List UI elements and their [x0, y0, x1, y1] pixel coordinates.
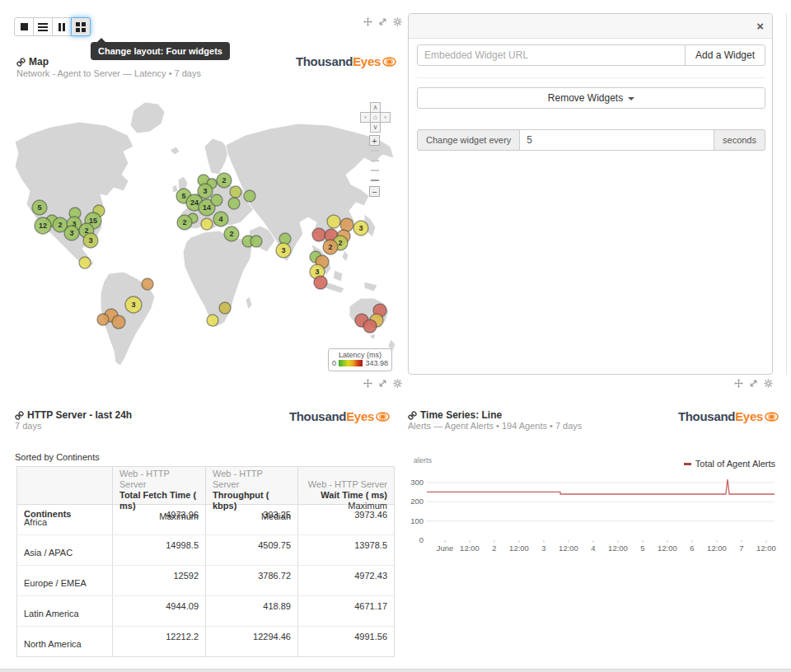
x-tick-label: 12:00 — [608, 544, 628, 553]
value-cell: 4973.96 — [112, 505, 205, 534]
timeseries-widget-title: Time Series: Line — [420, 409, 502, 421]
x-tick-label: 12:00 — [460, 544, 480, 553]
expand-icon[interactable] — [749, 379, 758, 388]
timeseries-chart: 0100200300June12:00212:00312:00412:00512… — [405, 469, 781, 553]
http-widget-title: HTTP Server - last 24h — [27, 409, 132, 421]
list-icon — [38, 23, 48, 31]
map-marker[interactable] — [230, 186, 241, 198]
window-edge — [0, 669, 791, 672]
latency-gradient — [339, 360, 363, 366]
map-pan-control: ∧ ‹ ⌂ › ∨ — [360, 102, 390, 132]
x-tick-label: 12:00 — [756, 544, 776, 553]
timeseries-widget-subtitle: Alerts — Agent Alerts • 194 Agents • 7 d… — [408, 421, 582, 431]
value-cell: 14998.5 — [112, 535, 205, 565]
map-marker-count: 3 — [315, 268, 319, 276]
map-widget-title: Map — [29, 56, 49, 68]
map-marker[interactable] — [244, 190, 255, 202]
layout-four-widgets-button[interactable] — [71, 17, 91, 36]
y-tick-label: 300 — [410, 478, 424, 487]
interval-label: Change widget every — [417, 129, 520, 151]
x-tick-label: 12:00 — [707, 544, 727, 553]
map-marker-count: 2 — [58, 221, 62, 229]
logo-text-thousand: Thousand — [296, 54, 353, 68]
map-marker[interactable] — [250, 236, 262, 247]
divider — [786, 13, 787, 375]
value-cell: 4509.75 — [205, 535, 297, 565]
logo-text-eyes: Eyes — [346, 409, 374, 423]
gear-icon[interactable] — [764, 379, 773, 388]
close-icon[interactable]: × — [756, 21, 764, 32]
map-marker[interactable] — [327, 215, 340, 228]
expand-icon[interactable] — [378, 379, 387, 388]
map-marker[interactable] — [219, 302, 231, 314]
table-row: Europe / EMEA125923786.724972.43 — [17, 565, 394, 595]
two-columns-icon — [59, 23, 65, 31]
thousandeyes-logo: ThousandEyes — [289, 409, 390, 423]
x-tick-label: 5 — [640, 544, 644, 553]
panel-controls-bottom — [734, 379, 773, 388]
embedded-widget-url-input[interactable] — [417, 44, 686, 66]
continent-cell: Africa — [17, 505, 112, 534]
value-cell: 393.25 — [205, 505, 297, 534]
value-cell: 418.89 — [205, 596, 297, 626]
interval-input[interactable] — [519, 129, 714, 151]
zoom-slider[interactable] — [371, 160, 379, 161]
divider — [417, 77, 765, 78]
layout-two-widgets-button[interactable] — [52, 17, 72, 36]
map-marker[interactable] — [228, 198, 240, 209]
pan-down-icon[interactable]: ∨ — [370, 122, 381, 133]
map-marker[interactable] — [363, 320, 377, 333]
map-marker[interactable] — [112, 315, 125, 329]
map-marker[interactable] — [312, 228, 325, 241]
map-marker-count: 3 — [88, 236, 92, 245]
move-icon[interactable] — [363, 17, 372, 26]
dashboard: Change layout: Four widgets Map Network … — [0, 0, 791, 672]
remove-widgets-label: Remove Widgets — [548, 92, 623, 104]
gear-icon[interactable] — [393, 17, 402, 26]
zoom-in-button[interactable]: + — [369, 135, 380, 146]
zoom-slider[interactable] — [371, 150, 379, 152]
logo-text-eyes: Eyes — [735, 409, 763, 423]
map-marker[interactable] — [211, 194, 222, 206]
value-cell: 4972.43 — [297, 566, 394, 595]
add-widget-button[interactable]: Add a Widget — [685, 44, 765, 66]
map-marker[interactable] — [97, 314, 109, 325]
layout-toolbar — [14, 17, 91, 36]
map-marker[interactable] — [142, 278, 153, 290]
x-tick-label: 6 — [690, 544, 694, 553]
move-icon[interactable] — [734, 379, 743, 388]
embed-url-group: Add a Widget — [417, 44, 765, 66]
logo-text-thousand: Thousand — [289, 409, 346, 423]
x-tick-label: 12:00 — [509, 544, 529, 553]
move-icon[interactable] — [363, 379, 372, 388]
zoom-slider-handle[interactable] — [371, 180, 379, 181]
square-icon — [21, 23, 28, 30]
zoom-slider[interactable] — [371, 170, 379, 171]
x-tick-label: June — [437, 544, 454, 553]
remove-widgets-button[interactable]: Remove Widgets — [417, 87, 765, 109]
map-marker[interactable] — [314, 276, 327, 289]
zoom-out-button[interactable]: − — [369, 186, 380, 197]
map-marker-count: 3 — [281, 246, 285, 254]
map-marker-count: 3 — [131, 301, 135, 309]
table-row: North America12212.212294.464991.56 — [17, 626, 394, 656]
layout-single-button[interactable] — [14, 17, 34, 36]
latency-legend-max: 343.98 — [365, 359, 388, 367]
world-map[interactable]: 51223152333235241442233223 ∧ ‹ ⌂ › ∨ + −… — [8, 99, 400, 375]
gear-icon[interactable] — [393, 379, 402, 388]
map-marker-count: 3 — [358, 224, 363, 232]
x-tick-label: 3 — [541, 544, 545, 553]
rotation-interval-group: Change widget every seconds — [417, 129, 765, 151]
map-marker[interactable] — [201, 218, 213, 230]
pan-right-icon[interactable]: › — [380, 112, 391, 123]
map-marker[interactable] — [79, 257, 91, 268]
value-cell: 4944.09 — [112, 596, 205, 626]
sorted-by-label: Sorted by Continents — [15, 452, 100, 462]
layout-list-button[interactable] — [33, 17, 53, 36]
map-marker[interactable] — [207, 315, 218, 326]
link-icon — [408, 411, 417, 420]
x-tick-label: 2 — [492, 544, 496, 553]
map-widget-controls-bottom — [363, 379, 402, 388]
map-marker-count: 5 — [181, 192, 185, 200]
expand-icon[interactable] — [378, 17, 387, 26]
